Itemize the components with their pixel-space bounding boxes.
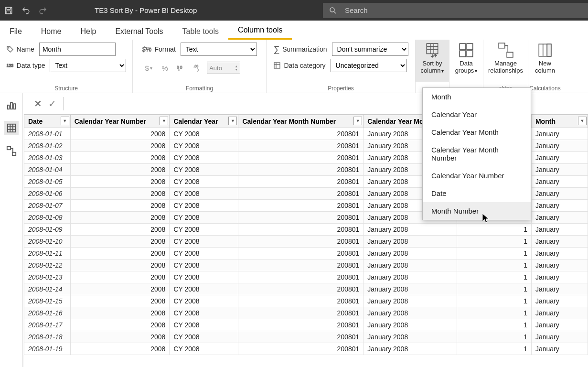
tab-file[interactable]: File bbox=[0, 22, 32, 40]
table-cell[interactable]: 200801 bbox=[238, 343, 363, 355]
manage-relationships-button[interactable]: Managerelationships bbox=[483, 40, 528, 82]
table-cell[interactable]: CY 2008 bbox=[170, 319, 238, 331]
table-row[interactable]: 2008-01-132008CY 2008200801January 20081… bbox=[24, 271, 588, 283]
report-view-button[interactable] bbox=[4, 98, 19, 112]
table-cell[interactable]: January bbox=[531, 319, 588, 331]
name-input[interactable] bbox=[39, 43, 116, 56]
table-cell[interactable]: 200801 bbox=[238, 212, 363, 224]
table-cell[interactable]: 2008 bbox=[70, 331, 170, 343]
table-cell[interactable]: January 2008 bbox=[363, 271, 457, 283]
table-cell[interactable]: 2008-01-04 bbox=[24, 164, 71, 176]
table-cell[interactable]: 200801 bbox=[238, 224, 363, 236]
table-cell[interactable]: 2008-01-09 bbox=[24, 224, 71, 236]
table-cell[interactable]: 2008-01-05 bbox=[24, 176, 71, 188]
table-row[interactable]: 2008-01-152008CY 2008200801January 20081… bbox=[24, 295, 588, 307]
table-cell[interactable]: 2008 bbox=[70, 140, 170, 152]
table-cell[interactable]: CY 2008 bbox=[170, 331, 238, 343]
table-cell[interactable]: 2008 bbox=[70, 236, 170, 248]
table-cell[interactable]: 2008 bbox=[70, 212, 170, 224]
table-cell[interactable]: 200801 bbox=[238, 295, 363, 307]
table-row[interactable]: 2008-01-112008CY 2008200801January 20081… bbox=[24, 248, 588, 259]
table-cell[interactable]: 200801 bbox=[238, 188, 363, 200]
table-cell[interactable]: 2008-01-02 bbox=[24, 140, 71, 152]
table-cell[interactable]: 1 bbox=[457, 295, 532, 307]
table-cell[interactable]: 200801 bbox=[238, 271, 363, 283]
table-cell[interactable]: 2008-01-08 bbox=[24, 212, 71, 224]
column-filter-dropdown[interactable]: ▼ bbox=[61, 117, 69, 125]
table-cell[interactable]: CY 2008 bbox=[170, 236, 238, 248]
table-cell[interactable]: CY 2008 bbox=[170, 128, 238, 140]
table-cell[interactable]: January bbox=[531, 307, 588, 319]
table-cell[interactable]: 2008 bbox=[70, 200, 170, 212]
table-cell[interactable]: 2008-01-19 bbox=[24, 343, 71, 355]
sort-menu-item[interactable]: Month bbox=[423, 88, 531, 106]
table-cell[interactable]: January bbox=[531, 224, 588, 236]
table-cell[interactable]: CY 2008 bbox=[170, 224, 238, 236]
tab-home[interactable]: Home bbox=[32, 22, 71, 40]
sort-menu-item[interactable]: Calendar Year bbox=[423, 106, 531, 123]
table-cell[interactable]: CY 2008 bbox=[170, 307, 238, 319]
table-cell[interactable]: CY 2008 bbox=[170, 295, 238, 307]
table-cell[interactable]: CY 2008 bbox=[170, 164, 238, 176]
table-cell[interactable]: 2008-01-03 bbox=[24, 152, 71, 164]
table-cell[interactable]: 2008 bbox=[70, 152, 170, 164]
summarization-select[interactable]: Don't summarize bbox=[332, 43, 408, 56]
table-cell[interactable]: 200801 bbox=[238, 140, 363, 152]
table-cell[interactable]: 200801 bbox=[238, 152, 363, 164]
tab-help[interactable]: Help bbox=[71, 22, 106, 40]
table-cell[interactable]: January bbox=[531, 152, 588, 164]
table-cell[interactable]: January bbox=[531, 271, 588, 283]
table-cell[interactable]: CY 2008 bbox=[170, 343, 238, 355]
table-cell[interactable]: 1 bbox=[457, 248, 532, 259]
table-row[interactable]: 2008-01-122008CY 2008200801January 20081… bbox=[24, 259, 588, 271]
column-filter-dropdown[interactable]: ▼ bbox=[160, 117, 168, 125]
table-cell[interactable]: CY 2008 bbox=[170, 140, 238, 152]
save-icon[interactable] bbox=[0, 0, 17, 21]
table-cell[interactable]: 200801 bbox=[238, 128, 363, 140]
column-filter-dropdown[interactable]: ▼ bbox=[228, 117, 237, 125]
table-cell[interactable]: 2008 bbox=[70, 271, 170, 283]
table-cell[interactable]: January 2008 bbox=[363, 283, 457, 295]
sort-by-column-button[interactable]: Sort bycolumn▾ bbox=[416, 40, 449, 82]
table-cell[interactable]: 1 bbox=[457, 271, 532, 283]
table-cell[interactable]: 2008-01-16 bbox=[24, 307, 71, 319]
table-cell[interactable]: January bbox=[531, 259, 588, 271]
table-cell[interactable]: January 2008 bbox=[363, 307, 457, 319]
column-filter-dropdown[interactable]: ▼ bbox=[353, 117, 362, 125]
column-filter-dropdown[interactable]: ▼ bbox=[578, 117, 587, 125]
formula-cancel-button[interactable]: ✕ bbox=[31, 97, 45, 111]
sort-menu-item[interactable]: Calendar Year Month Number bbox=[423, 141, 531, 167]
table-cell[interactable]: CY 2008 bbox=[170, 152, 238, 164]
table-cell[interactable]: 2008-01-07 bbox=[24, 200, 71, 212]
table-row[interactable]: 2008-01-172008CY 2008200801January 20081… bbox=[24, 319, 588, 331]
table-cell[interactable]: 2008-01-12 bbox=[24, 259, 71, 271]
table-cell[interactable]: January bbox=[531, 212, 588, 224]
table-cell[interactable]: 2008-01-01 bbox=[24, 128, 71, 140]
table-cell[interactable]: 200801 bbox=[238, 307, 363, 319]
table-cell[interactable]: 200801 bbox=[238, 200, 363, 212]
decimals-spinner[interactable]: Auto ▲▼ bbox=[207, 62, 240, 74]
table-cell[interactable]: January bbox=[531, 188, 588, 200]
sort-menu-item[interactable]: Calendar Year Number bbox=[423, 167, 531, 184]
column-header[interactable]: Calendar Year Number▼ bbox=[70, 115, 170, 128]
table-cell[interactable]: 2008-01-14 bbox=[24, 283, 71, 295]
table-cell[interactable]: January bbox=[531, 128, 588, 140]
tab-column-tools[interactable]: Column tools bbox=[228, 21, 292, 40]
column-header[interactable]: Calendar Year Month Number▼ bbox=[238, 115, 363, 128]
new-column-button[interactable]: Newcolumn bbox=[528, 40, 562, 82]
data-view-button[interactable] bbox=[4, 121, 19, 135]
table-cell[interactable]: 2008-01-11 bbox=[24, 248, 71, 259]
table-cell[interactable]: CY 2008 bbox=[170, 176, 238, 188]
table-cell[interactable]: 2008 bbox=[70, 295, 170, 307]
table-cell[interactable]: January 2008 bbox=[363, 319, 457, 331]
table-cell[interactable]: CY 2008 bbox=[170, 259, 238, 271]
table-cell[interactable]: 200801 bbox=[238, 248, 363, 259]
table-cell[interactable]: 2008-01-06 bbox=[24, 188, 71, 200]
column-header[interactable]: Date▼ bbox=[24, 115, 71, 128]
table-cell[interactable]: 200801 bbox=[238, 283, 363, 295]
table-cell[interactable]: 1 bbox=[457, 343, 532, 355]
table-row[interactable]: 2008-01-162008CY 2008200801January 20081… bbox=[24, 307, 588, 319]
table-cell[interactable]: January bbox=[531, 331, 588, 343]
table-cell[interactable]: 200801 bbox=[238, 331, 363, 343]
percent-button[interactable]: % bbox=[158, 62, 171, 74]
